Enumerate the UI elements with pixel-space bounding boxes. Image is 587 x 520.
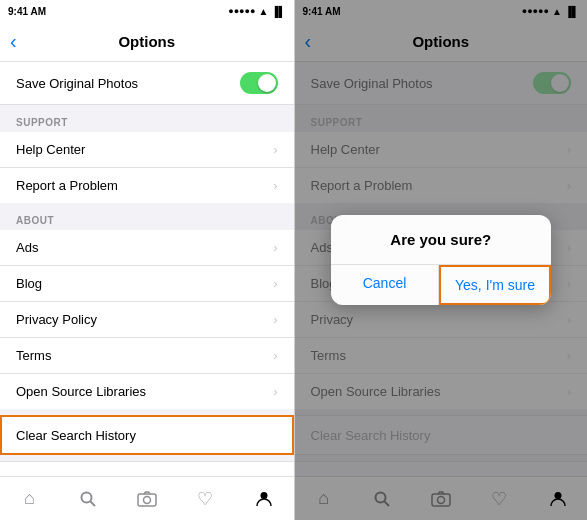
help-center-label-left: Help Center xyxy=(16,142,85,157)
content-left: Save Original Photos SUPPORT Help Center… xyxy=(0,62,294,520)
back-button-left[interactable]: ‹ xyxy=(10,30,17,53)
chevron-blog-left: › xyxy=(273,276,277,291)
blog-label-left: Blog xyxy=(16,276,42,291)
support-section-left: Help Center › Report a Problem › xyxy=(0,132,294,203)
svg-point-3 xyxy=(143,496,150,503)
cancel-label: Cancel xyxy=(363,275,407,291)
tab-camera-left[interactable] xyxy=(135,487,159,511)
about-section-left: Ads › Blog › Privacy Policy › Terms › Op… xyxy=(0,230,294,409)
toggle-label-left: Save Original Photos xyxy=(16,76,138,91)
report-label-left: Report a Problem xyxy=(16,178,118,193)
list-item-privacy-left[interactable]: Privacy Policy › xyxy=(0,302,294,338)
terms-label-left: Terms xyxy=(16,348,51,363)
privacy-label-left: Privacy Policy xyxy=(16,312,97,327)
list-item-oss-left[interactable]: Open Source Libraries › xyxy=(0,374,294,409)
oss-label-left: Open Source Libraries xyxy=(16,384,146,399)
svg-point-0 xyxy=(82,492,92,502)
status-time-left: 9:41 AM xyxy=(8,6,46,17)
tab-person-left[interactable] xyxy=(252,487,276,511)
list-item-ads-left[interactable]: Ads › xyxy=(0,230,294,266)
list-item-help-center-left[interactable]: Help Center › xyxy=(0,132,294,168)
dialog-confirm-button[interactable]: Yes, I'm sure xyxy=(439,265,551,305)
clear-history-label-left: Clear Search History xyxy=(16,428,136,443)
list-item-terms-left[interactable]: Terms › xyxy=(0,338,294,374)
list-item-blog-left[interactable]: Blog › xyxy=(0,266,294,302)
toggle-row-left[interactable]: Save Original Photos xyxy=(0,62,294,105)
battery-icon: ▐▌ xyxy=(271,6,285,17)
confirm-label: Yes, I'm sure xyxy=(455,277,535,293)
signal-icon: ●●●●● xyxy=(228,6,255,16)
ads-label-left: Ads xyxy=(16,240,38,255)
tab-bar-left: ⌂ ♡ xyxy=(0,476,294,520)
tab-search-left[interactable] xyxy=(76,487,100,511)
svg-point-4 xyxy=(261,492,268,499)
status-icons-left: ●●●●● ▲ ▐▌ xyxy=(228,6,285,17)
section-header-about-left: ABOUT xyxy=(0,209,294,230)
svg-line-1 xyxy=(91,501,96,506)
right-phone-panel: 9:41 AM ●●●●● ▲ ▐▌ ‹ Options Save Origin… xyxy=(294,0,588,520)
chevron-privacy-left: › xyxy=(273,312,277,327)
tab-home-left[interactable]: ⌂ xyxy=(17,487,41,511)
dialog-buttons: Cancel Yes, I'm sure xyxy=(331,264,551,305)
list-item-report-left[interactable]: Report a Problem › xyxy=(0,168,294,203)
chevron-terms-left: › xyxy=(273,348,277,363)
left-phone-panel: 9:41 AM ●●●●● ▲ ▐▌ ‹ Options Save Origin… xyxy=(0,0,294,520)
wifi-icon: ▲ xyxy=(258,6,268,17)
chevron-help-center-left: › xyxy=(273,142,277,157)
toggle-switch-left[interactable] xyxy=(240,72,278,94)
chevron-ads-left: › xyxy=(273,240,277,255)
chevron-report-left: › xyxy=(273,178,277,193)
dialog-cancel-button[interactable]: Cancel xyxy=(331,265,440,305)
back-chevron-left: ‹ xyxy=(10,30,17,53)
tab-heart-left[interactable]: ♡ xyxy=(193,487,217,511)
dialog-overlay: Are you sure? Cancel Yes, I'm sure xyxy=(295,0,588,520)
status-bar-left: 9:41 AM ●●●●● ▲ ▐▌ xyxy=(0,0,294,22)
nav-title-left: Options xyxy=(118,33,175,50)
section-header-support-left: SUPPORT xyxy=(0,111,294,132)
clear-search-history-left[interactable]: Clear Search History xyxy=(0,415,294,455)
chevron-oss-left: › xyxy=(273,384,277,399)
nav-bar-left: ‹ Options xyxy=(0,22,294,62)
confirmation-dialog: Are you sure? Cancel Yes, I'm sure xyxy=(331,215,551,305)
dialog-title: Are you sure? xyxy=(331,215,551,256)
